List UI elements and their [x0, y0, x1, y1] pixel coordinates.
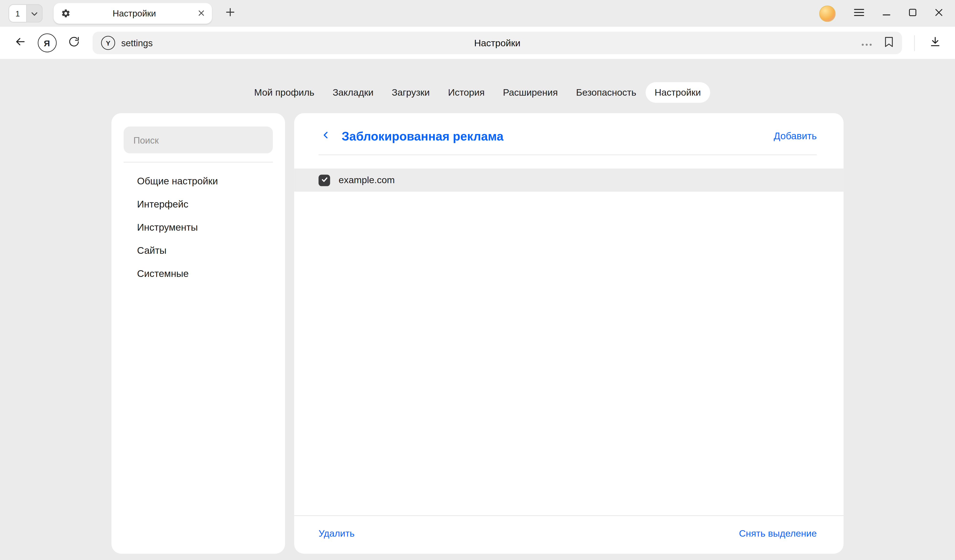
- tab-strip: 1 Настройки: [0, 0, 955, 27]
- blocked-ads-panel: Заблокированная реклама Добавить example…: [294, 113, 844, 554]
- browser-tab-settings[interactable]: Настройки: [53, 3, 212, 24]
- row-checkbox[interactable]: [318, 174, 330, 186]
- panel-header: Заблокированная реклама Добавить: [294, 113, 844, 154]
- settings-nav-tabs: Мой профиль Закладки Загрузки История Ра…: [0, 82, 955, 103]
- maximize-button[interactable]: [909, 8, 917, 19]
- blocked-site-row[interactable]: example.com: [294, 168, 844, 192]
- hamburger-icon: [854, 8, 864, 19]
- tab-group-button[interactable]: 1: [9, 4, 27, 23]
- tab-group-chevron-button[interactable]: [27, 4, 42, 23]
- header-divider: [318, 154, 817, 155]
- back-arrow-icon: [14, 35, 27, 51]
- nav-tab-downloads[interactable]: Загрузки: [383, 82, 439, 103]
- back-button[interactable]: [9, 31, 32, 55]
- nav-tab-security[interactable]: Безопасность: [567, 82, 646, 103]
- tab-group: 1: [9, 4, 43, 23]
- avatar[interactable]: [819, 5, 836, 22]
- download-icon: [928, 35, 941, 51]
- sidebar-item-system[interactable]: Системные: [124, 262, 273, 285]
- maximize-icon: [909, 8, 917, 19]
- sidebar-item-general[interactable]: Общие настройки: [124, 170, 273, 193]
- close-icon: [198, 8, 205, 19]
- nav-tab-history[interactable]: История: [439, 82, 494, 103]
- nav-tab-my-profile[interactable]: Мой профиль: [245, 82, 324, 103]
- bookmark-button[interactable]: [885, 36, 893, 50]
- row-domain: example.com: [338, 175, 395, 186]
- close-icon: [935, 8, 943, 19]
- toolbar-divider: [914, 35, 915, 51]
- yandex-icon: Я: [38, 33, 56, 52]
- minimize-icon: [882, 8, 890, 19]
- reload-icon: [68, 36, 79, 50]
- panel-spacer: [294, 192, 844, 515]
- nav-tab-extensions[interactable]: Расширения: [494, 82, 567, 103]
- new-tab-button[interactable]: [220, 3, 240, 23]
- plus-icon: [226, 8, 235, 19]
- gear-icon: [61, 9, 70, 19]
- minimize-button[interactable]: [882, 8, 890, 19]
- yandex-home-button[interactable]: Я: [35, 31, 58, 55]
- address-bar[interactable]: Y settings Настройки: [92, 32, 902, 54]
- sidebar-item-tools[interactable]: Инструменты: [124, 216, 273, 239]
- page-title: Настройки: [92, 37, 902, 48]
- delete-link[interactable]: Удалить: [318, 528, 355, 539]
- sidebar-item-interface[interactable]: Интерфейс: [124, 193, 273, 216]
- ellipsis-icon: [861, 37, 872, 48]
- chevron-left-icon: [320, 129, 331, 143]
- downloads-button[interactable]: [923, 31, 946, 55]
- blocked-sites-list: example.com: [294, 168, 844, 192]
- browser-toolbar: Я Y settings Настройки: [0, 27, 955, 59]
- close-button[interactable]: [935, 8, 943, 19]
- url-text: settings: [121, 38, 153, 48]
- bookmark-icon: [885, 36, 893, 50]
- more-button[interactable]: [861, 37, 872, 48]
- tab-close-button[interactable]: [198, 8, 205, 19]
- panel-footer: Удалить Снять выделение: [294, 516, 844, 554]
- chevron-down-icon: [31, 8, 38, 19]
- window-controls: [819, 5, 946, 22]
- back-chevron-button[interactable]: [318, 129, 333, 144]
- settings-page: Мой профиль Закладки Загрузки История Ра…: [0, 59, 955, 560]
- search-input[interactable]: [124, 126, 273, 153]
- add-link[interactable]: Добавить: [774, 131, 817, 142]
- deselect-link[interactable]: Снять выделение: [739, 528, 817, 539]
- site-icon: Y: [101, 36, 115, 50]
- nav-tab-settings[interactable]: Настройки: [645, 82, 710, 103]
- page-section-title: Заблокированная реклама: [342, 129, 504, 144]
- check-icon: [321, 175, 328, 186]
- menu-button[interactable]: [854, 8, 864, 19]
- sidebar-divider: [124, 162, 273, 163]
- settings-sidebar: Общие настройки Интерфейс Инструменты Са…: [111, 113, 285, 554]
- nav-tab-bookmarks[interactable]: Закладки: [324, 82, 383, 103]
- browser-window: 1 Настройки: [0, 0, 955, 560]
- tab-title: Настройки: [70, 9, 198, 19]
- reload-button[interactable]: [62, 31, 85, 55]
- content-area: Общие настройки Интерфейс Инструменты Са…: [0, 103, 955, 560]
- sidebar-item-sites[interactable]: Сайты: [124, 239, 273, 262]
